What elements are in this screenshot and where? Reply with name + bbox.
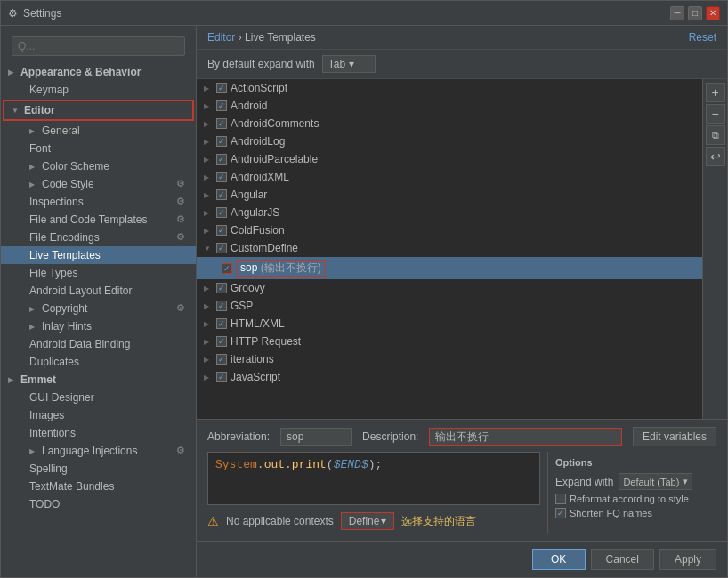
breadcrumb-editor-link[interactable]: Editor xyxy=(207,31,235,44)
sidebar-item-appearance[interactable]: ▶ Appearance & Behavior xyxy=(1,63,196,81)
sidebar-item-general[interactable]: ▶ General xyxy=(1,122,196,140)
group-checkbox[interactable] xyxy=(216,118,227,129)
gear-icon: ⚙ xyxy=(176,196,189,208)
sidebar-item-gui-designer[interactable]: GUI Designer xyxy=(1,389,196,406)
list-item[interactable]: ▶ Groovy xyxy=(197,279,702,297)
list-item[interactable]: ▶ HTML/XML xyxy=(197,315,702,333)
group-checkbox[interactable] xyxy=(216,336,227,347)
sidebar-item-color-scheme[interactable]: ▶ Color Scheme xyxy=(1,157,196,175)
sidebar-item-live-templates[interactable]: Live Templates xyxy=(1,246,196,264)
collapse-icon: ▶ xyxy=(204,120,213,128)
sidebar-item-duplicates[interactable]: Duplicates xyxy=(1,353,196,371)
collapse-icon: ▶ xyxy=(204,191,213,199)
list-item[interactable]: ▶ iterations xyxy=(197,350,702,368)
list-item[interactable]: ▶ GSP xyxy=(197,297,702,315)
item-checkbox[interactable] xyxy=(222,263,232,274)
group-checkbox[interactable] xyxy=(216,154,227,165)
list-item[interactable]: ▼ CustomDefine xyxy=(197,239,702,257)
breadcrumb-current: Live Templates xyxy=(245,31,316,44)
shorten-checkbox[interactable] xyxy=(555,508,566,518)
group-checkbox[interactable] xyxy=(216,225,227,236)
group-checkbox[interactable] xyxy=(216,100,227,111)
group-checkbox[interactable] xyxy=(216,354,227,365)
list-item[interactable]: ▶ AngularJS xyxy=(197,204,702,221)
sidebar-item-label: Copyright xyxy=(42,302,87,315)
collapse-icon: ▶ xyxy=(204,102,213,110)
sidebar-item-inspections[interactable]: Inspections ⚙ xyxy=(1,193,196,211)
minimize-button[interactable]: ─ xyxy=(670,6,684,20)
abbreviation-input[interactable] xyxy=(280,428,352,446)
list-item[interactable]: ▶ HTTP Request xyxy=(197,333,702,350)
sidebar-item-code-style[interactable]: ▶ Code Style ⚙ xyxy=(1,175,196,193)
group-checkbox[interactable] xyxy=(216,243,227,253)
reset-button[interactable]: Reset xyxy=(689,31,716,44)
collapse-icon: ▼ xyxy=(12,107,20,115)
sidebar-item-file-code-templates[interactable]: File and Code Templates ⚙ xyxy=(1,211,196,229)
list-item[interactable]: ▶ JavaScript xyxy=(197,368,702,386)
group-checkbox[interactable] xyxy=(216,83,227,93)
sidebar-item-android-layout[interactable]: Android Layout Editor xyxy=(1,282,196,300)
sidebar-item-label: General xyxy=(42,124,80,137)
define-label: Define xyxy=(349,515,380,527)
list-item-sop[interactable]: sop (输出不换行) xyxy=(197,257,702,279)
main-content: ▶ Appearance & Behavior Keymap ▼ Editor … xyxy=(1,26,727,577)
close-button[interactable]: ✕ xyxy=(706,6,720,20)
sidebar-item-images[interactable]: Images xyxy=(1,406,196,424)
undo-button[interactable]: ↩ xyxy=(706,147,725,166)
sidebar-item-file-types[interactable]: File Types xyxy=(1,264,196,282)
list-item[interactable]: ▶ Android xyxy=(197,97,702,115)
sidebar-item-spelling[interactable]: Spelling xyxy=(1,460,196,478)
list-item[interactable]: ▶ ActionScript xyxy=(197,79,702,97)
sidebar-item-textmate[interactable]: TextMate Bundles xyxy=(1,478,196,495)
sidebar-item-keymap[interactable]: Keymap xyxy=(1,81,196,99)
expand-icon: ▶ xyxy=(29,323,38,331)
template-text-box[interactable]: System.out.print($END$); xyxy=(207,452,540,505)
sidebar-item-font[interactable]: Font xyxy=(1,140,196,157)
sidebar-item-editor[interactable]: ▼ Editor xyxy=(3,100,194,121)
list-item[interactable]: ▶ Angular xyxy=(197,186,702,204)
search-input[interactable] xyxy=(12,36,185,56)
sidebar-item-inlay-hints[interactable]: ▶ Inlay Hints xyxy=(1,317,196,335)
apply-button[interactable]: Apply xyxy=(659,549,716,570)
list-item[interactable]: ▶ AndroidLog xyxy=(197,132,702,150)
sidebar-item-android-data[interactable]: Android Data Binding xyxy=(1,335,196,353)
expand-with-combo[interactable]: Default (Tab) ▾ xyxy=(619,473,692,490)
group-checkbox[interactable] xyxy=(216,372,227,382)
item-label: sop (输出不换行) xyxy=(236,260,326,277)
chevron-down-icon: ▾ xyxy=(683,476,688,487)
ok-button[interactable]: OK xyxy=(532,549,586,570)
list-item[interactable]: ▶ AndroidXML xyxy=(197,168,702,186)
add-button[interactable]: + xyxy=(706,83,725,102)
expand-icon: ▶ xyxy=(29,305,38,313)
list-item[interactable]: ▶ ColdFusion xyxy=(197,221,702,239)
expand-combo[interactable]: Tab ▾ xyxy=(322,55,376,73)
dialog-buttons: OK Cancel Apply xyxy=(197,541,727,577)
list-item[interactable]: ▶ AndroidParcelable xyxy=(197,150,702,168)
edit-variables-button[interactable]: Edit variables xyxy=(633,427,716,446)
sidebar-item-language-injections[interactable]: ▶ Language Injections ⚙ xyxy=(1,442,196,460)
sidebar-item-intentions[interactable]: Intentions xyxy=(1,424,196,442)
sidebar-item-emmet[interactable]: ▶ Emmet xyxy=(1,371,196,389)
remove-button[interactable]: − xyxy=(706,104,725,124)
group-checkbox[interactable] xyxy=(216,207,227,218)
sidebar: ▶ Appearance & Behavior Keymap ▼ Editor … xyxy=(1,26,197,577)
sidebar-item-label: Intentions xyxy=(29,427,76,439)
group-checkbox[interactable] xyxy=(216,283,227,293)
reformat-checkbox[interactable] xyxy=(555,494,566,504)
define-button[interactable]: Define ▾ xyxy=(341,512,395,530)
sidebar-item-todo[interactable]: TODO xyxy=(1,495,196,513)
group-checkbox[interactable] xyxy=(216,136,227,147)
cancel-button[interactable]: Cancel xyxy=(591,549,654,570)
maximize-button[interactable]: □ xyxy=(688,6,702,20)
group-checkbox[interactable] xyxy=(216,318,227,329)
shorten-row: Shorten FQ names xyxy=(555,508,709,518)
list-item[interactable]: ▶ AndroidComments xyxy=(197,115,702,132)
sidebar-item-copyright[interactable]: ▶ Copyright ⚙ xyxy=(1,300,196,317)
group-checkbox[interactable] xyxy=(216,189,227,200)
group-checkbox[interactable] xyxy=(216,301,227,311)
sidebar-item-file-encodings[interactable]: File Encodings ⚙ xyxy=(1,229,196,246)
group-label: ActionScript xyxy=(231,82,287,94)
copy-button[interactable]: ⧉ xyxy=(706,125,725,145)
description-input[interactable] xyxy=(429,428,622,446)
group-checkbox[interactable] xyxy=(216,172,227,182)
